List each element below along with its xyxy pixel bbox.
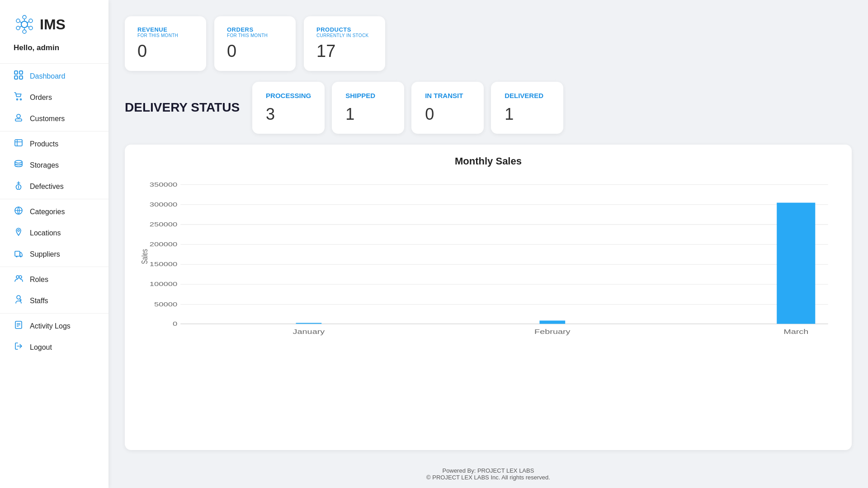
- sidebar-divider-4: [0, 267, 108, 267]
- ims-logo-icon: [14, 14, 35, 35]
- monthly-sales-chart: Monthly Sales 350000 300000 250000 20000…: [125, 145, 852, 450]
- shipped-value: 1: [345, 105, 391, 124]
- svg-point-33: [16, 256, 18, 258]
- svg-rect-14: [19, 71, 23, 74]
- greeting: Hello, admin: [0, 40, 73, 61]
- svg-text:350000: 350000: [150, 181, 178, 188]
- revenue-sublabel: FOR THIS MONTH: [137, 33, 178, 38]
- sidebar-item-dashboard[interactable]: Dashboard: [0, 66, 108, 87]
- app-title: IMS: [40, 16, 66, 33]
- sidebar-item-staffs[interactable]: Staffs: [0, 290, 108, 311]
- products-stat-sublabel: CURRENTLY IN STOCK: [316, 33, 368, 38]
- svg-rect-13: [14, 71, 18, 74]
- svg-text:0: 0: [173, 320, 177, 327]
- chart-title: Monthly Sales: [136, 155, 841, 167]
- sidebar-item-label-dashboard: Dashboard: [30, 72, 65, 80]
- svg-point-1: [23, 15, 26, 19]
- sidebar-item-label-locations: Locations: [30, 229, 61, 237]
- shipped-label: SHIPPED: [345, 92, 391, 99]
- svg-point-31: [18, 230, 19, 231]
- svg-point-18: [20, 99, 22, 100]
- svg-point-34: [20, 256, 22, 258]
- sidebar-item-logout[interactable]: Logout: [0, 337, 108, 358]
- svg-point-3: [16, 19, 20, 23]
- sidebar-item-label-orders: Orders: [30, 94, 52, 102]
- orders-stat-label: ORDERS: [227, 26, 254, 33]
- defectives-icon: [14, 181, 24, 192]
- sidebar-item-activity-logs[interactable]: Activity Logs: [0, 315, 108, 337]
- in-transit-label: IN TRANSIT: [425, 92, 470, 99]
- svg-text:March: March: [783, 328, 808, 336]
- svg-point-24: [15, 160, 22, 163]
- delivered-label: DELIVERED: [505, 92, 550, 99]
- sidebar-item-orders[interactable]: Orders: [0, 87, 108, 108]
- svg-text:250000: 250000: [150, 221, 178, 228]
- sidebar-item-label-defectives: Defectives: [30, 183, 64, 191]
- chart-area: 350000 300000 250000 200000 150000 10000…: [136, 175, 841, 347]
- svg-text:Sales: Sales: [139, 249, 149, 264]
- delivery-card-processing: PROCESSING 3: [252, 82, 325, 134]
- staffs-icon: [14, 295, 24, 306]
- sidebar-item-label-customers: Customers: [30, 115, 65, 123]
- svg-rect-32: [15, 251, 20, 256]
- main-content: REVENUE FOR THIS MONTH 0 ORDERS FOR THIS…: [108, 0, 868, 488]
- svg-line-11: [20, 26, 22, 28]
- sidebar-item-roles[interactable]: Roles: [0, 269, 108, 290]
- svg-point-5: [16, 26, 20, 30]
- orders-icon: [14, 92, 24, 103]
- customers-icon: [14, 113, 24, 124]
- sidebar-item-customers[interactable]: Customers: [0, 108, 108, 129]
- bar-february: [539, 320, 565, 324]
- delivery-card-delivered: DELIVERED 1: [491, 82, 563, 134]
- sidebar-divider-2: [0, 131, 108, 131]
- orders-stat-value: 0: [227, 42, 236, 61]
- sidebar-item-label-categories: Categories: [30, 208, 65, 216]
- roles-icon: [14, 274, 24, 285]
- bar-january: [296, 323, 322, 324]
- sidebar-item-suppliers[interactable]: Suppliers: [0, 244, 108, 265]
- sidebar: IMS Hello, admin Dashboard Orders Custom…: [0, 0, 108, 488]
- sidebar-item-label-staffs: Staffs: [30, 297, 48, 305]
- svg-text:200000: 200000: [150, 241, 178, 248]
- products-icon: [14, 138, 24, 150]
- products-stat-label: PRODUCTS: [316, 26, 351, 33]
- sidebar-item-locations[interactable]: Locations: [0, 222, 108, 244]
- sidebar-item-defectives[interactable]: Defectives: [0, 176, 108, 197]
- svg-rect-19: [15, 119, 22, 121]
- bar-march: [777, 203, 815, 324]
- delivery-card-in-transit: IN TRANSIT 0: [411, 82, 484, 134]
- footer: Powered By: PROJECT LEX LABS © PROJECT L…: [125, 459, 852, 488]
- sidebar-item-categories[interactable]: Categories: [0, 201, 108, 222]
- sidebar-divider-5: [0, 313, 108, 314]
- revenue-label: REVENUE: [137, 26, 167, 33]
- in-transit-value: 0: [425, 105, 470, 124]
- products-stat-card: PRODUCTS CURRENTLY IN STOCK 17: [304, 16, 385, 71]
- chart-svg: 350000 300000 250000 200000 150000 10000…: [136, 175, 841, 347]
- svg-text:50000: 50000: [154, 300, 177, 307]
- sidebar-item-storages[interactable]: Storages: [0, 155, 108, 176]
- sidebar-logo: IMS: [0, 14, 79, 40]
- orders-card: ORDERS FOR THIS MONTH 0: [214, 16, 296, 71]
- svg-point-2: [23, 30, 26, 33]
- delivery-section: DELIVERY STATUS PROCESSING 3 SHIPPED 1 I…: [125, 82, 852, 134]
- svg-point-36: [19, 276, 22, 278]
- delivery-card-shipped: SHIPPED 1: [332, 82, 404, 134]
- processing-value: 3: [266, 105, 311, 124]
- activity-logs-icon: [14, 320, 24, 332]
- svg-point-4: [29, 19, 33, 23]
- svg-point-20: [17, 114, 20, 118]
- sidebar-item-label-roles: Roles: [30, 276, 48, 284]
- delivered-value: 1: [505, 105, 550, 124]
- locations-icon: [14, 227, 24, 239]
- footer-line1: Powered By: PROJECT LEX LABS: [125, 467, 852, 474]
- storages-icon: [14, 160, 24, 171]
- sidebar-item-products[interactable]: Products: [0, 133, 108, 155]
- svg-point-37: [17, 296, 20, 299]
- delivery-cards: PROCESSING 3 SHIPPED 1 IN TRANSIT 0 DELI…: [252, 82, 852, 134]
- sidebar-item-label-storages: Storages: [30, 161, 59, 169]
- svg-rect-15: [14, 76, 18, 79]
- orders-stat-sublabel: FOR THIS MONTH: [227, 33, 268, 38]
- sidebar-divider-3: [0, 199, 108, 199]
- revenue-value: 0: [137, 42, 147, 61]
- stat-cards-row: REVENUE FOR THIS MONTH 0 ORDERS FOR THIS…: [125, 16, 852, 71]
